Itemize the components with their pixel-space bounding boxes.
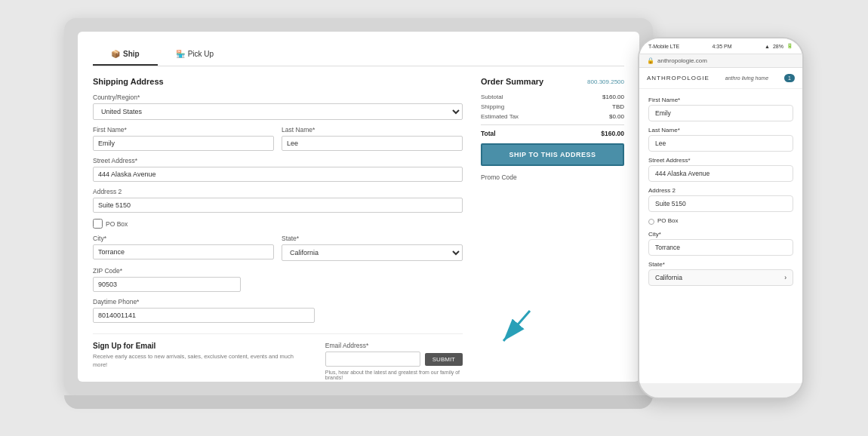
ship-icon: 📦 [111,50,120,58]
family-text: Plus, hear about the latest and greatest… [325,370,463,380]
subtotal-label: Subtotal [481,94,503,100]
phone-mockup: T-Mobile LTE 4:35 PM ▲ 28% 🔋 🔒 anthropol… [638,37,804,399]
signup-desc: Receive early access to new arrivals, sa… [93,353,303,369]
first-name-input[interactable] [93,136,274,151]
svg-line-1 [503,311,530,341]
phone-first-name-label: First Name* [648,97,793,103]
promo-code-label[interactable]: Promo Code [481,173,624,181]
phone-content: ANTHROPOLOGIE anthro living home 1 First… [639,68,802,383]
city-input[interactable] [93,244,274,259]
state-label: State* [282,235,463,242]
street-input[interactable] [93,167,463,182]
total-value: $160.00 [601,130,624,137]
phone-state-select[interactable]: California › [648,269,793,286]
order-phone[interactable]: 800.309.2500 [587,78,624,85]
phone-last-name-label: Last Name* [648,127,793,134]
city-label: City* [93,235,274,242]
phone-address2-input[interactable] [648,195,793,212]
cart-badge[interactable]: 1 [784,74,795,82]
phone-street-label: Street Address* [648,157,793,164]
address2-input[interactable] [93,198,463,213]
phone-po-box-label: PO Box [657,217,679,224]
battery-info: ▲ 28% 🔋 [765,43,793,49]
shipping-label: Shipping [481,103,504,110]
tab-ship[interactable]: 📦 Ship [93,44,158,66]
last-name-label: Last Name* [282,126,463,134]
phone-input[interactable] [93,308,315,323]
tax-value: $0.00 [609,113,624,120]
subtotal-value: $160.00 [602,94,624,100]
anthropologie-logo: ANTHROPOLOGIE [647,75,709,81]
tax-label: Estimated Tax [481,113,519,120]
status-bar: T-Mobile LTE 4:35 PM ▲ 28% 🔋 [639,38,802,54]
laptop-screen: 📦 Ship 🏪 Pick Up Shipping Address Countr… [78,32,639,382]
battery-icon: 🔋 [786,43,793,49]
address2-label: Address 2 [93,188,463,195]
total-label: Total [481,130,496,137]
phone-body: T-Mobile LTE 4:35 PM ▲ 28% 🔋 🔒 anthropol… [638,37,804,399]
street-label: Street Address* [93,157,463,164]
tab-pickup[interactable]: 🏪 Pick Up [158,44,232,66]
phone-header: ANTHROPOLOGIE anthro living home 1 [639,68,802,89]
po-box-label: PO Box [106,220,128,228]
phone-address2-label: Address 2 [648,187,793,194]
lock-icon: 🔒 [647,57,654,64]
country-select[interactable]: United States [93,103,463,120]
order-title: Order Summary [481,77,543,86]
pickup-icon: 🏪 [176,50,185,58]
email-label: Email Address* [325,342,463,349]
phone-city-input[interactable] [648,239,793,256]
ship-button[interactable]: SHIP TO THIS ADDRESS [481,143,624,166]
arrow-pointer [488,303,541,356]
chevron-icon: › [784,274,786,281]
country-label: Country/Region* [93,94,463,101]
carrier-info: T-Mobile LTE [648,44,679,49]
laptop-body: 📦 Ship 🏪 Pick Up Shipping Address Countr… [64,18,653,395]
zip-label: ZIP Code* [93,267,241,275]
po-box-radio[interactable] [648,219,654,225]
url-text: anthropologie.com [657,57,707,64]
phone-last-name-input[interactable] [648,135,793,152]
phone-street-input[interactable] [648,165,793,182]
tab-bar: 📦 Ship 🏪 Pick Up [93,44,624,66]
laptop-base [64,395,653,409]
phone-state-label: State* [648,261,793,268]
laptop-mockup: 📦 Ship 🏪 Pick Up Shipping Address Countr… [64,18,653,418]
clock: 4:35 PM [713,44,732,49]
phone-po-box-row: PO Box [648,217,793,226]
anthro-living-logo: anthro living home [725,75,768,81]
first-name-label: First Name* [93,126,274,134]
last-name-input[interactable] [282,136,463,151]
phone-label: Daytime Phone* [93,298,315,306]
form-title: Shipping Address [93,77,463,86]
email-input[interactable] [325,352,420,367]
shipping-value: TBD [612,103,624,110]
phone-first-name-input[interactable] [648,105,793,121]
po-box-checkbox[interactable] [93,219,103,229]
shipping-form: Shipping Address Country/Region* United … [93,77,463,382]
wifi-icon: ▲ [765,44,770,49]
state-select[interactable]: California [282,244,463,261]
submit-button[interactable]: SUBMIT [425,353,463,366]
zip-input[interactable] [93,277,241,292]
signup-title: Sign Up for Email [93,342,303,350]
phone-city-label: City* [648,231,793,238]
url-bar[interactable]: 🔒 anthropologie.com [639,54,802,68]
phone-form: First Name* Last Name* Street Address* A… [639,89,802,299]
email-signup-section: Sign Up for Email Receive early access t… [93,333,463,382]
